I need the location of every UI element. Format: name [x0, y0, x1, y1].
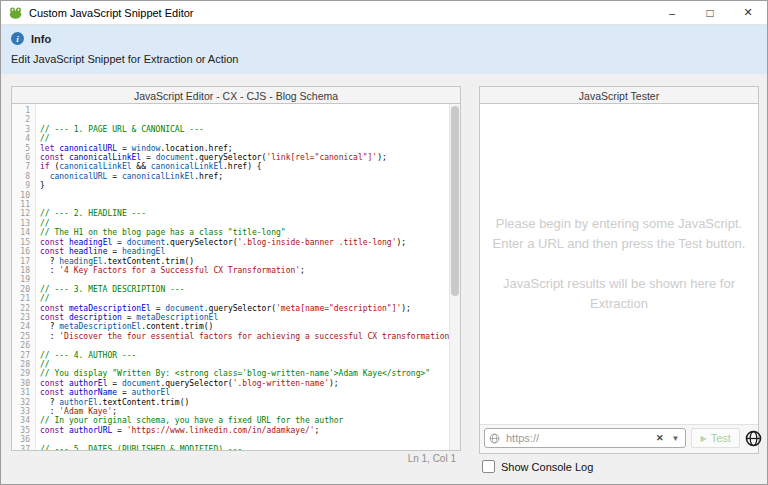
- code-line: const headingEl = document.querySelector…: [40, 238, 449, 247]
- line-number: 24: [12, 322, 30, 331]
- code-line: const description = metaDescriptionEl: [40, 313, 449, 322]
- tester-placeholder-line: [493, 254, 746, 274]
- test-button-label: Test: [711, 432, 731, 444]
- line-number: 7: [12, 162, 30, 171]
- line-number: 8: [12, 172, 30, 181]
- editor-scrollbar[interactable]: [449, 104, 460, 450]
- show-console-log-checkbox[interactable]: [482, 460, 495, 473]
- play-icon: ▶: [700, 434, 706, 443]
- line-number: 27: [12, 351, 30, 360]
- info-icon: i: [11, 32, 24, 45]
- code-line: : '4 Key Factors for a Successful CX Tra…: [40, 266, 449, 275]
- editor-gutter: 1234567891011121314151617181920212223242…: [12, 104, 36, 450]
- code-line: const authorEl = document.querySelector(…: [40, 379, 449, 388]
- editor-scrollbar-thumb[interactable]: [451, 106, 459, 296]
- code-line: // --- 4. AUTHOR ---: [40, 351, 449, 360]
- code-line: [40, 341, 449, 350]
- code-line: ? authorEl.textContent.trim(): [40, 398, 449, 407]
- info-description: Edit JavaScript Snippet for Extraction o…: [11, 53, 757, 65]
- line-number: 21: [12, 294, 30, 303]
- editor-statusbar: Ln 1, Col 1: [11, 451, 461, 467]
- tester-panel-header: JavaScript Tester: [479, 86, 759, 104]
- tester-placeholder-line: Extraction: [493, 294, 746, 314]
- line-number: 33: [12, 407, 30, 416]
- code-line: const authorURL = 'https://www.linkedin.…: [40, 426, 449, 435]
- window-title: Custom JavaScript Snippet Editor: [29, 7, 193, 19]
- line-number: 29: [12, 369, 30, 378]
- line-number: 23: [12, 313, 30, 322]
- line-number: 6: [12, 153, 30, 162]
- line-number: 14: [12, 228, 30, 237]
- code-line: //: [40, 360, 449, 369]
- code-line: //: [40, 219, 449, 228]
- close-button[interactable]: ✕: [729, 1, 767, 24]
- line-number: 17: [12, 257, 30, 266]
- show-console-log-label: Show Console Log: [501, 461, 593, 473]
- code-line: [40, 200, 449, 209]
- tester-placeholder-line: Enter a URL and then press the Test butt…: [493, 234, 746, 254]
- code-line: // --- 1. PAGE URL & CANONICAL ---: [40, 125, 449, 134]
- line-number: 22: [12, 304, 30, 313]
- code-line: if (canonicalLinkEl && canonicalLinkEl.h…: [40, 162, 449, 171]
- code-line: : 'Adam Kaye';: [40, 407, 449, 416]
- cursor-position: Ln 1, Col 1: [408, 453, 456, 464]
- line-number: 2: [12, 115, 30, 124]
- line-number: 36: [12, 435, 30, 444]
- code-line: [40, 106, 449, 115]
- code-line: ? metaDescriptionEl.content.trim(): [40, 322, 449, 331]
- code-line: // --- 5. DATES (PUBLISHED & MODIFIED) -…: [40, 445, 449, 450]
- line-number: 25: [12, 332, 30, 341]
- window-controls: – □ ✕: [653, 1, 767, 24]
- code-line: let canonicalURL = window.location.href;: [40, 144, 449, 153]
- url-dropdown-icon[interactable]: ▼: [670, 434, 682, 443]
- tester-box: Please begin by entering some JavaScript…: [479, 103, 759, 454]
- code-line: ? headingEl.textContent.trim(): [40, 257, 449, 266]
- code-line: const authorName = authorEl: [40, 388, 449, 397]
- titlebar: Custom JavaScript Snippet Editor – □ ✕: [1, 1, 767, 24]
- code-line: [40, 115, 449, 124]
- globe-icon: [489, 433, 500, 444]
- line-number: 35: [12, 426, 30, 435]
- line-number: 26: [12, 341, 30, 350]
- line-number: 28: [12, 360, 30, 369]
- test-button[interactable]: ▶ Test: [691, 428, 739, 448]
- url-input[interactable]: [504, 431, 650, 445]
- app-frog-icon: [8, 5, 23, 20]
- code-editor[interactable]: 1234567891011121314151617181920212223242…: [11, 103, 461, 451]
- editor-code[interactable]: // --- 1. PAGE URL & CANONICAL ---//let …: [36, 104, 449, 450]
- tester-placeholder-line: Please begin by entering some JavaScript…: [493, 214, 746, 234]
- tester-placeholder: Please begin by entering some JavaScript…: [485, 214, 754, 314]
- code-line: canonicalURL = canonicalLinkEl.href;: [40, 172, 449, 181]
- code-line: // You display "Written By: <strong clas…: [40, 369, 449, 378]
- line-number: 31: [12, 388, 30, 397]
- clear-url-icon[interactable]: ✕: [654, 433, 666, 443]
- line-number: 32: [12, 398, 30, 407]
- line-number: 9: [12, 181, 30, 190]
- maximize-button[interactable]: □: [691, 1, 729, 24]
- code-line: const canonicalLinkEl = document.querySe…: [40, 153, 449, 162]
- url-input-group[interactable]: ✕ ▼: [484, 428, 686, 448]
- editor-panel-header: JavaScript Editor - CX - CJS - Blog Sche…: [11, 86, 461, 104]
- line-number: 12: [12, 209, 30, 218]
- line-number: 15: [12, 238, 30, 247]
- line-number: 18: [12, 266, 30, 275]
- minimize-button[interactable]: –: [653, 1, 691, 24]
- tester-controls-row: ✕ ▼ ▶ Test: [480, 424, 758, 453]
- custom-js-snippet-editor-window: Custom JavaScript Snippet Editor – □ ✕ i…: [0, 0, 768, 485]
- code-line: const metaDescriptionEl = document.query…: [40, 304, 449, 313]
- line-number: 3: [12, 125, 30, 134]
- tester-placeholder-line: JavaScript results will be shown here fo…: [493, 274, 746, 294]
- editor-panel: JavaScript Editor - CX - CJS - Blog Sche…: [11, 86, 461, 467]
- code-line: const headline = headingEl: [40, 247, 449, 256]
- code-line: // --- 3. META DESCRIPTION ---: [40, 285, 449, 294]
- code-line: [40, 435, 449, 444]
- line-number: 10: [12, 191, 30, 200]
- info-banner: i Info Edit JavaScript Snippet for Extra…: [1, 24, 767, 74]
- code-line: // The H1 on the blog page has a class "…: [40, 228, 449, 237]
- line-number: 13: [12, 219, 30, 228]
- console-log-row: Show Console Log: [479, 460, 759, 473]
- info-heading: Info: [31, 33, 51, 45]
- code-line: //: [40, 134, 449, 143]
- line-number: 1: [12, 106, 30, 115]
- open-in-browser-globe-icon[interactable]: [745, 430, 762, 447]
